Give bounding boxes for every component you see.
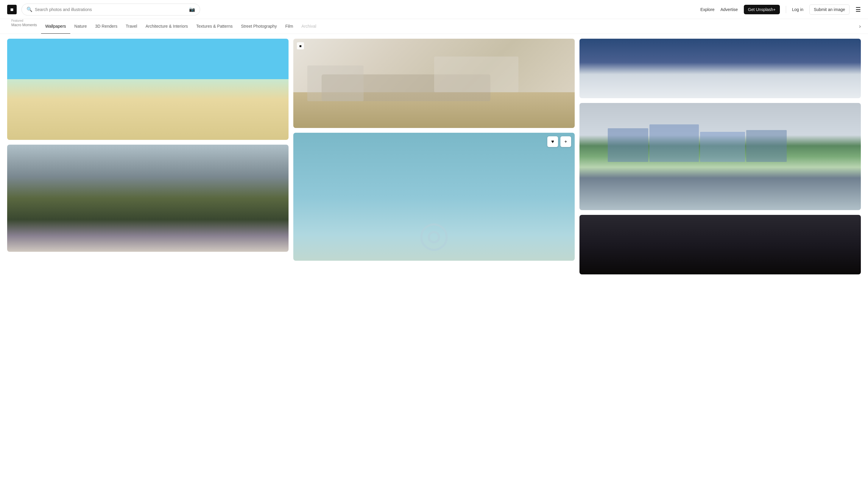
image-card-dark[interactable]	[579, 215, 861, 274]
tab-label: Macro Moments	[11, 23, 37, 27]
header-nav: Explore Advertise Get Unsplash+ Log in S…	[700, 4, 861, 15]
image-card-snowy[interactable]	[579, 39, 861, 98]
masonry-grid: ■ ♥ +	[7, 39, 861, 274]
featured-label: Featured	[11, 19, 23, 22]
image-card-ferris[interactable]: ♥ +	[293, 133, 575, 261]
tab-textures-patterns[interactable]: Textures & Patterns	[192, 19, 237, 34]
nav-tabs: Featured Macro Moments Wallpapers Nature…	[0, 19, 868, 34]
camera-search-icon[interactable]: 📷	[189, 6, 195, 12]
explore-link[interactable]: Explore	[700, 7, 714, 12]
image-logo-overlay: ■	[297, 42, 304, 49]
menu-button[interactable]: ☰	[855, 6, 861, 13]
tab-travel[interactable]: Travel	[122, 19, 141, 34]
logo[interactable]: ■	[7, 5, 17, 14]
unsplash-logo-small: ■	[297, 42, 304, 49]
image-card-coastal[interactable]	[579, 103, 861, 210]
add-button[interactable]: +	[560, 136, 571, 147]
grid-col-1	[7, 39, 289, 274]
grid-col-3	[579, 39, 861, 274]
image-card-beach[interactable]	[7, 39, 289, 140]
submit-button[interactable]: Submit an image	[809, 4, 850, 15]
search-icon: 🔍	[27, 6, 32, 12]
tab-nature[interactable]: Nature	[70, 19, 91, 34]
tab-3d-renders[interactable]: 3D Renders	[91, 19, 122, 34]
like-button[interactable]: ♥	[547, 136, 558, 147]
header: ■ 🔍 📷 Explore Advertise Get Unsplash+ Lo…	[0, 0, 868, 19]
divider	[786, 6, 786, 13]
tab-architecture-interiors[interactable]: Architecture & Interiors	[141, 19, 192, 34]
image-actions: ♥ +	[547, 136, 571, 147]
image-card-mountain[interactable]	[7, 145, 289, 252]
get-unsplash-button[interactable]: Get Unsplash+	[744, 5, 780, 14]
search-input[interactable]	[35, 7, 187, 12]
image-card-living-room[interactable]: ■	[293, 39, 575, 128]
tab-film[interactable]: Film	[281, 19, 297, 34]
advertise-link[interactable]: Advertise	[720, 7, 738, 12]
tab-wallpapers[interactable]: Wallpapers	[41, 19, 70, 34]
tab-archival[interactable]: Archival	[297, 19, 320, 34]
tab-macro-moments[interactable]: Featured Macro Moments	[7, 19, 41, 34]
login-button[interactable]: Log in	[792, 7, 803, 12]
grid-col-2: ■ ♥ +	[293, 39, 575, 274]
tab-street-photography[interactable]: Street Photography	[237, 19, 281, 34]
main-content: ■ ♥ +	[0, 34, 868, 279]
nav-scroll-right[interactable]: ›	[859, 23, 861, 29]
logo-icon: ■	[11, 7, 14, 12]
search-bar: 🔍 📷	[22, 3, 200, 15]
